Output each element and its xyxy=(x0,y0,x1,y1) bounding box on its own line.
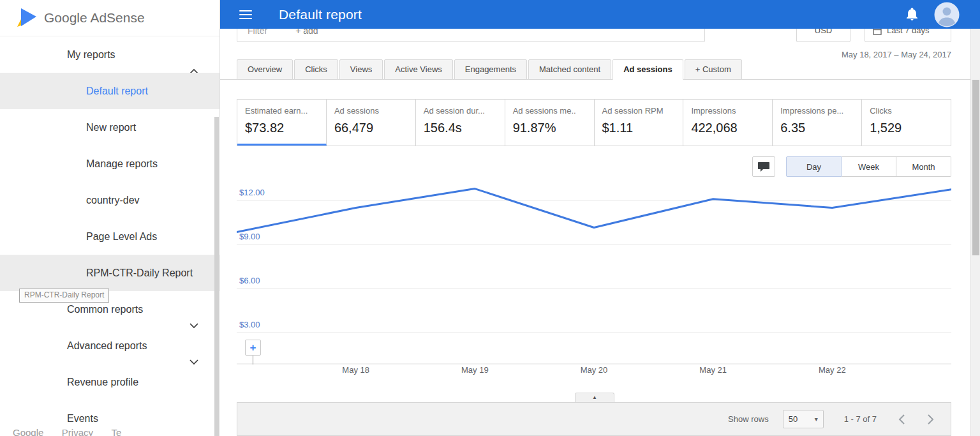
metric-card-estimated-earnings[interactable]: Estimated earn... $73.82 xyxy=(237,100,327,146)
comment-icon xyxy=(758,162,769,172)
metric-label: Ad session RPM xyxy=(602,106,676,116)
sidebar-item-my-reports[interactable]: My reports xyxy=(0,36,219,73)
scrollbar-thumb[interactable] xyxy=(972,80,979,255)
app-header: Default report xyxy=(220,0,980,29)
metric-value: 1,529 xyxy=(870,121,943,135)
next-page-button[interactable] xyxy=(927,414,934,425)
metric-label: Impressions pe... xyxy=(780,106,854,116)
annotations-button[interactable] xyxy=(752,156,775,177)
metric-label: Ad sessions me.. xyxy=(513,106,586,116)
metric-card-ad-session-duration[interactable]: Ad session dur... 156.4s xyxy=(416,100,505,146)
sidebar-item-label: Default report xyxy=(86,86,148,96)
metric-card-ad-session-rpm[interactable]: Ad session RPM $1.11 xyxy=(595,100,684,146)
caret-down-icon: ▾ xyxy=(815,416,818,423)
caret-up-icon: ▲ xyxy=(592,395,597,400)
tab-views[interactable]: Views xyxy=(339,59,383,80)
sidebar-footer-links: Google Privacy Te xyxy=(0,426,219,436)
svg-text:$12.00: $12.00 xyxy=(239,188,265,197)
sidebar-item-default-report[interactable]: Default report xyxy=(0,73,219,109)
metric-value: 156.4s xyxy=(424,121,497,135)
sidebar-item-country-dev[interactable]: country-dev xyxy=(0,182,219,218)
granularity-day-button[interactable]: Day xyxy=(786,156,842,177)
sidebar-item-label: RPM-CTR-Daily Report xyxy=(86,267,193,278)
metric-label: Ad sessions xyxy=(334,106,408,116)
report-content: Filter + add USD Last 7 days May 18, 201… xyxy=(220,29,970,436)
tab-clicks[interactable]: Clicks xyxy=(294,59,338,80)
sidebar-item-label: Page Level Ads xyxy=(86,231,157,242)
footer-link-google[interactable]: Google xyxy=(13,426,43,436)
chart-x-tick-label: May 18 xyxy=(327,365,385,375)
chevron-left-icon xyxy=(898,414,905,425)
adsense-report-page: { "brand": { "name": "Google AdSense" },… xyxy=(0,0,980,436)
brand: Google AdSense xyxy=(0,0,219,36)
rows-per-page-value: 50 xyxy=(789,414,798,424)
metric-value: 422,068 xyxy=(691,121,764,135)
sidebar-item-rpm-ctr-daily-report[interactable]: RPM-CTR-Daily Report xyxy=(0,255,219,291)
chart-x-tick-label: May 21 xyxy=(685,365,742,375)
sidebar: Google AdSense My reports Default report… xyxy=(0,0,220,436)
metric-label: Estimated earn... xyxy=(245,106,318,116)
metric-value: $73.82 xyxy=(245,121,318,135)
add-annotation-button[interactable]: + xyxy=(245,340,261,356)
metric-value: 6.35 xyxy=(780,121,854,135)
annotation-tick-mark xyxy=(253,356,253,365)
sidebar-item-page-level-ads[interactable]: Page Level Ads xyxy=(0,218,219,255)
chevron-right-icon xyxy=(927,414,934,425)
sidebar-item-label: country-dev xyxy=(86,195,140,206)
tab-overview[interactable]: Overview xyxy=(237,59,293,80)
menu-icon[interactable] xyxy=(239,8,252,22)
svg-text:$3.00: $3.00 xyxy=(239,320,260,329)
metric-cards: Estimated earn... $73.82 Ad sessions 66,… xyxy=(237,99,951,146)
chart-x-axis-labels: May 18May 19May 20May 21May 22 xyxy=(237,365,951,375)
metric-card-impressions[interactable]: Impressions 422,068 xyxy=(683,100,773,146)
adsense-logo-icon xyxy=(15,7,38,29)
chart-x-tick-label: May 19 xyxy=(446,365,503,375)
sidebar-item-revenue-profile[interactable]: Revenue profile xyxy=(0,364,219,400)
sidebar-item-new-report[interactable]: New report xyxy=(0,109,219,146)
sidebar-item-label: Events xyxy=(67,413,98,424)
brand-name: Google AdSense xyxy=(44,10,145,26)
svg-text:$9.00: $9.00 xyxy=(239,232,260,241)
date-range-label: May 18, 2017 – May 24, 2017 xyxy=(842,50,951,59)
sidebar-item-manage-reports[interactable]: Manage reports xyxy=(0,146,219,182)
tab-ad-sessions[interactable]: Ad sessions xyxy=(612,59,683,80)
footer-link-privacy[interactable]: Privacy xyxy=(62,426,93,436)
avatar[interactable] xyxy=(934,2,960,27)
collapse-chart-button[interactable]: ▲ xyxy=(575,393,614,403)
sidebar-item-label: My reports xyxy=(67,49,115,60)
metric-value: 66,479 xyxy=(334,121,408,135)
sidebar-scrollbar-thumb[interactable] xyxy=(214,117,219,436)
sidebar-item-advanced-reports[interactable]: Advanced reports xyxy=(0,327,219,364)
tab-custom[interactable]: + Custom xyxy=(685,59,742,80)
metric-card-clicks[interactable]: Clicks 1,529 xyxy=(862,100,951,146)
notifications-bell-icon[interactable] xyxy=(907,8,918,20)
tab-active-views[interactable]: Active Views xyxy=(384,59,452,80)
granularity-month-button[interactable]: Month xyxy=(896,156,951,177)
previous-page-button[interactable] xyxy=(898,414,905,425)
metric-label: Impressions xyxy=(691,106,764,116)
granularity-toggle: Day Week Month xyxy=(786,156,951,177)
tab-engagements[interactable]: Engagements xyxy=(454,59,527,80)
metric-value: 91.87% xyxy=(513,121,586,135)
metric-value: $1.11 xyxy=(602,121,676,135)
report-tabs: Overview Clicks Views Active Views Engag… xyxy=(237,59,743,80)
sidebar-item-label: Advanced reports xyxy=(67,340,147,351)
metric-card-ad-sessions-metric[interactable]: Ad sessions me.. 91.87% xyxy=(505,100,595,146)
footer-link-terms[interactable]: Te xyxy=(111,426,121,436)
page-title: Default report xyxy=(279,7,362,22)
show-rows-label: Show rows xyxy=(728,414,769,424)
rows-per-page-select[interactable]: 50 ▾ xyxy=(783,410,824,428)
granularity-week-button[interactable]: Week xyxy=(842,156,896,177)
chart-x-tick-label: May 22 xyxy=(803,365,861,375)
sidebar-item-label: Manage reports xyxy=(86,158,158,169)
vertical-scrollbar[interactable] xyxy=(970,29,980,436)
metric-label: Ad session dur... xyxy=(424,106,497,116)
chart-x-tick-label: May 20 xyxy=(565,365,623,375)
metric-card-impressions-per[interactable]: Impressions pe... 6.35 xyxy=(773,100,862,146)
metric-label: Clicks xyxy=(870,106,943,116)
table-pagination-bar: Show rows 50 ▾ 1 - 7 of 7 xyxy=(237,402,951,436)
metric-card-ad-sessions[interactable]: Ad sessions 66,479 xyxy=(327,100,416,146)
page-range-label: 1 - 7 of 7 xyxy=(844,414,877,424)
sidebar-item-label: Revenue profile xyxy=(67,377,138,387)
tab-matched-content[interactable]: Matched content xyxy=(528,59,611,80)
